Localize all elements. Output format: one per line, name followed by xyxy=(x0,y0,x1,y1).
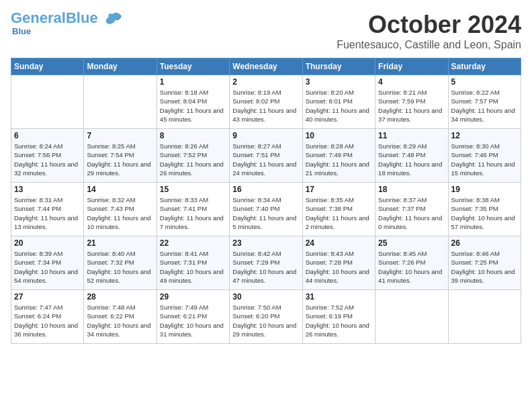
sunrise-text: Sunrise: 8:38 AM xyxy=(451,195,518,204)
sunrise-text: Sunrise: 7:49 AM xyxy=(160,303,226,312)
sunset-text: Sunset: 7:51 PM xyxy=(232,150,299,159)
sunrise-text: Sunrise: 8:19 AM xyxy=(232,88,299,97)
cell-info: Sunrise: 8:45 AM Sunset: 7:26 PM Dayligh… xyxy=(378,249,445,285)
sunrise-text: Sunrise: 8:45 AM xyxy=(378,249,445,258)
sunset-text: Sunset: 6:22 PM xyxy=(87,312,153,320)
day-number: 5 xyxy=(451,77,518,87)
calendar-cell: 8 Sunrise: 8:26 AM Sunset: 7:52 PM Dayli… xyxy=(157,129,229,183)
sunrise-text: Sunrise: 8:25 AM xyxy=(87,142,153,150)
sunrise-text: Sunrise: 7:47 AM xyxy=(14,303,81,312)
week-row-4: 27 Sunrise: 7:47 AM Sunset: 6:24 PM Dayl… xyxy=(11,290,521,344)
cell-info: Sunrise: 8:42 AM Sunset: 7:29 PM Dayligh… xyxy=(232,249,299,285)
month-title: October 2024 xyxy=(337,11,521,39)
daylight-text: Daylight: 11 hours and 2 minutes. xyxy=(306,214,372,232)
daylight-text: Daylight: 11 hours and 0 minutes. xyxy=(378,214,445,232)
sunrise-text: Sunrise: 8:21 AM xyxy=(378,88,445,97)
cell-info: Sunrise: 8:20 AM Sunset: 8:01 PM Dayligh… xyxy=(306,88,372,124)
cell-info: Sunrise: 8:40 AM Sunset: 7:32 PM Dayligh… xyxy=(87,249,153,285)
cell-info: Sunrise: 8:38 AM Sunset: 7:35 PM Dayligh… xyxy=(451,195,518,231)
sunset-text: Sunset: 7:41 PM xyxy=(160,204,226,213)
cell-info: Sunrise: 8:18 AM Sunset: 8:04 PM Dayligh… xyxy=(160,88,226,124)
calendar-cell: 12 Sunrise: 8:30 AM Sunset: 7:46 PM Dayl… xyxy=(448,129,521,183)
day-number: 28 xyxy=(87,292,153,302)
calendar-cell: 4 Sunrise: 8:21 AM Sunset: 7:59 PM Dayli… xyxy=(375,75,448,129)
daylight-text: Daylight: 11 hours and 34 minutes. xyxy=(451,106,518,124)
cell-info: Sunrise: 8:33 AM Sunset: 7:41 PM Dayligh… xyxy=(160,195,226,231)
sunset-text: Sunset: 7:52 PM xyxy=(160,150,226,159)
sunrise-text: Sunrise: 8:41 AM xyxy=(160,249,226,258)
calendar-cell: 3 Sunrise: 8:20 AM Sunset: 8:01 PM Dayli… xyxy=(302,75,375,129)
cell-info: Sunrise: 8:22 AM Sunset: 7:57 PM Dayligh… xyxy=(451,88,518,124)
cell-info: Sunrise: 7:52 AM Sunset: 6:19 PM Dayligh… xyxy=(306,303,372,338)
sunset-text: Sunset: 7:46 PM xyxy=(451,150,518,159)
page-header: GeneralBlue Blue October 2024 Fuentesauc… xyxy=(11,11,521,51)
daylight-text: Daylight: 10 hours and 31 minutes. xyxy=(160,321,226,339)
calendar-cell: 27 Sunrise: 7:47 AM Sunset: 6:24 PM Dayl… xyxy=(11,290,84,344)
daylight-text: Daylight: 11 hours and 7 minutes. xyxy=(160,214,226,232)
calendar-cell: 22 Sunrise: 8:41 AM Sunset: 7:31 PM Dayl… xyxy=(157,236,229,290)
sunset-text: Sunset: 8:01 PM xyxy=(306,97,372,105)
calendar-cell: 13 Sunrise: 8:31 AM Sunset: 7:44 PM Dayl… xyxy=(11,183,84,236)
sunrise-text: Sunrise: 7:48 AM xyxy=(87,303,153,312)
day-number: 15 xyxy=(160,185,226,194)
daylight-text: Daylight: 11 hours and 18 minutes. xyxy=(378,160,445,178)
sunrise-text: Sunrise: 7:50 AM xyxy=(232,303,299,312)
sunrise-text: Sunrise: 8:37 AM xyxy=(378,195,445,204)
day-number: 17 xyxy=(306,185,372,194)
day-number: 26 xyxy=(451,238,518,248)
title-block: October 2024 Fuentesauco, Castille and L… xyxy=(337,11,521,51)
day-number: 18 xyxy=(378,185,445,194)
sunrise-text: Sunrise: 8:29 AM xyxy=(378,142,445,150)
header-saturday: Saturday xyxy=(448,58,521,75)
sunset-text: Sunset: 7:57 PM xyxy=(451,97,518,105)
daylight-text: Daylight: 11 hours and 15 minutes. xyxy=(451,160,518,178)
calendar-cell: 7 Sunrise: 8:25 AM Sunset: 7:54 PM Dayli… xyxy=(84,129,157,183)
sunrise-text: Sunrise: 7:52 AM xyxy=(306,303,372,312)
day-number: 13 xyxy=(14,185,81,194)
daylight-text: Daylight: 10 hours and 34 minutes. xyxy=(87,321,153,339)
sunset-text: Sunset: 7:48 PM xyxy=(378,150,445,159)
logo-blue-text: Blue xyxy=(66,9,98,26)
cell-info: Sunrise: 8:28 AM Sunset: 7:49 PM Dayligh… xyxy=(306,142,372,177)
sunrise-text: Sunrise: 8:39 AM xyxy=(14,249,81,258)
daylight-text: Daylight: 11 hours and 32 minutes. xyxy=(14,160,81,178)
calendar-cell: 24 Sunrise: 8:43 AM Sunset: 7:28 PM Dayl… xyxy=(302,236,375,290)
calendar-cell xyxy=(375,290,448,344)
header-wednesday: Wednesday xyxy=(230,58,302,75)
sunset-text: Sunset: 7:28 PM xyxy=(306,258,372,267)
week-row-0: 1 Sunrise: 8:18 AM Sunset: 8:04 PM Dayli… xyxy=(11,75,521,129)
sunrise-text: Sunrise: 8:46 AM xyxy=(451,249,518,258)
sunset-text: Sunset: 7:26 PM xyxy=(378,258,445,267)
day-number: 6 xyxy=(14,131,81,140)
sunset-text: Sunset: 7:54 PM xyxy=(87,150,153,159)
daylight-text: Daylight: 10 hours and 54 minutes. xyxy=(14,267,81,285)
calendar-cell: 14 Sunrise: 8:32 AM Sunset: 7:43 PM Dayl… xyxy=(84,183,157,236)
sunset-text: Sunset: 7:25 PM xyxy=(451,258,518,267)
daylight-text: Daylight: 10 hours and 41 minutes. xyxy=(378,267,445,285)
sunset-text: Sunset: 7:40 PM xyxy=(232,204,299,213)
logo-general: GeneralBlue xyxy=(11,11,122,26)
daylight-text: Daylight: 11 hours and 43 minutes. xyxy=(232,106,299,124)
sunrise-text: Sunrise: 8:30 AM xyxy=(451,142,518,150)
sunrise-text: Sunrise: 8:34 AM xyxy=(232,195,299,204)
cell-info: Sunrise: 7:48 AM Sunset: 6:22 PM Dayligh… xyxy=(87,303,153,338)
header-row: Sunday Monday Tuesday Wednesday Thursday… xyxy=(11,58,521,75)
cell-info: Sunrise: 8:46 AM Sunset: 7:25 PM Dayligh… xyxy=(451,249,518,285)
day-number: 10 xyxy=(306,131,372,140)
header-friday: Friday xyxy=(375,58,448,75)
day-number: 14 xyxy=(87,185,153,194)
day-number: 30 xyxy=(232,292,299,302)
daylight-text: Daylight: 10 hours and 49 minutes. xyxy=(160,267,226,285)
calendar-cell: 10 Sunrise: 8:28 AM Sunset: 7:49 PM Dayl… xyxy=(302,129,375,183)
sunrise-text: Sunrise: 8:40 AM xyxy=(87,249,153,258)
sunset-text: Sunset: 7:59 PM xyxy=(378,97,445,105)
daylight-text: Daylight: 11 hours and 13 minutes. xyxy=(14,214,81,232)
sunset-text: Sunset: 8:02 PM xyxy=(232,97,299,105)
sunrise-text: Sunrise: 8:28 AM xyxy=(306,142,372,150)
sunrise-text: Sunrise: 8:42 AM xyxy=(232,249,299,258)
sunset-text: Sunset: 7:35 PM xyxy=(451,204,518,213)
daylight-text: Daylight: 10 hours and 39 minutes. xyxy=(451,267,518,285)
cell-info: Sunrise: 8:21 AM Sunset: 7:59 PM Dayligh… xyxy=(378,88,445,124)
day-number: 27 xyxy=(14,292,81,302)
cell-info: Sunrise: 7:47 AM Sunset: 6:24 PM Dayligh… xyxy=(14,303,81,338)
